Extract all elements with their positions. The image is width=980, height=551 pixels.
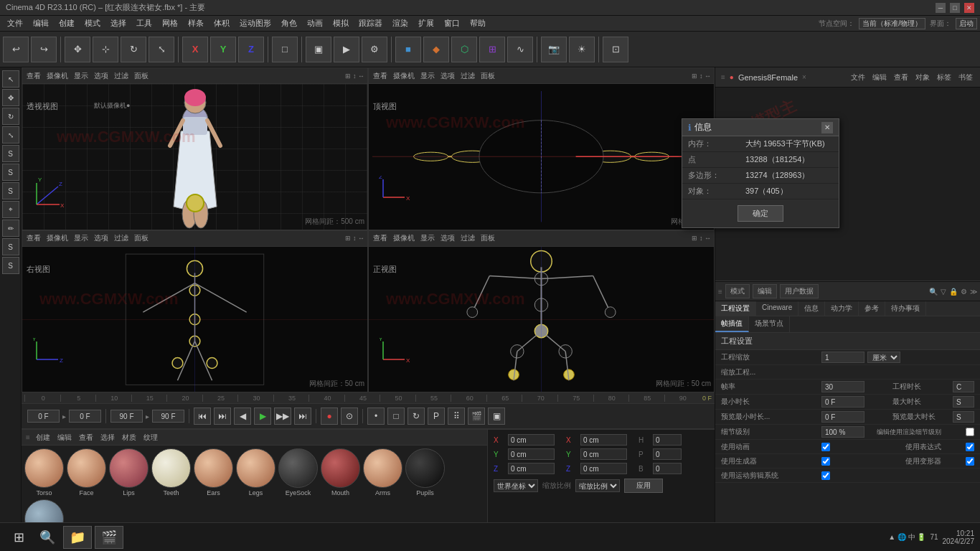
menu-extend[interactable]: 扩展: [414, 17, 438, 30]
props-scale-input[interactable]: [821, 352, 864, 363]
snap-btn[interactable]: ⊡: [603, 37, 628, 62]
coord-h-input[interactable]: [653, 434, 682, 446]
timeline-dot1[interactable]: •: [367, 408, 385, 425]
menu-create[interactable]: 创建: [55, 17, 79, 30]
axis-y-btn[interactable]: Y: [210, 37, 236, 62]
menu-animate[interactable]: 动画: [303, 17, 327, 30]
coord-z-input[interactable]: [508, 463, 555, 474]
props-render-detail-check[interactable]: [966, 428, 974, 436]
apply-btn[interactable]: 应用: [624, 479, 663, 493]
coord-y2-input[interactable]: [580, 448, 627, 460]
viewport-perspective[interactable]: 查看 摄像机 显示 选项 过滤 面板 ⊞ ↕ ↔ 透视视图 默认摄像机●: [22, 67, 368, 230]
start-btn[interactable]: ⊞: [6, 526, 32, 549]
props-search-icon[interactable]: 🔍: [929, 288, 938, 296]
maximize-btn[interactable]: □: [950, 3, 960, 13]
timeline-dot4[interactable]: P: [428, 408, 445, 425]
props-maxtime-input[interactable]: [953, 396, 974, 408]
coord-y-input[interactable]: [508, 448, 555, 460]
mat-teeth[interactable]: Teeth: [151, 448, 191, 496]
props-useanim-check[interactable]: [821, 443, 830, 451]
vp-right-filter[interactable]: 过滤: [113, 233, 130, 243]
props-tab-project[interactable]: 工程设置: [715, 301, 756, 316]
sidebar-s4[interactable]: S: [2, 238, 19, 255]
props-mode-btn[interactable]: 模式: [725, 284, 750, 298]
mat-eyemoi[interactable]: EyeMoi: [24, 499, 64, 522]
timeline-play2[interactable]: ▣: [488, 408, 505, 425]
props-unit-select[interactable]: 厘米: [867, 352, 900, 363]
props-tab-todo[interactable]: 待办事项: [885, 301, 926, 316]
props-edit-btn[interactable]: 编辑: [753, 284, 777, 298]
sidebar-s5[interactable]: S: [2, 257, 19, 274]
play-btn[interactable]: ▶: [254, 408, 271, 425]
sidebar-s1[interactable]: S: [2, 145, 19, 162]
object-btn[interactable]: □: [272, 37, 298, 62]
mat-face[interactable]: Face: [67, 448, 106, 496]
deform-btn[interactable]: ⬡: [451, 37, 477, 62]
menu-render[interactable]: 渲染: [388, 17, 413, 30]
right-panel-bookmark[interactable]: 书签: [957, 72, 974, 83]
props-detail-input[interactable]: [821, 426, 864, 438]
mat-legs[interactable]: Legs: [236, 448, 275, 496]
vp-top-look[interactable]: 查看: [372, 71, 389, 81]
axis-z-btn[interactable]: Z: [238, 37, 264, 62]
props-projectlen-input[interactable]: [953, 381, 974, 392]
sidebar-scale[interactable]: ⤡: [2, 126, 19, 143]
props-useexpr-check[interactable]: [966, 443, 974, 451]
move-btn[interactable]: ⊹: [93, 37, 118, 62]
redo-btn[interactable]: ↪: [31, 37, 57, 62]
props-tab-ref[interactable]: 参考: [859, 301, 885, 316]
props-motionclip-check[interactable]: [821, 471, 830, 480]
end-frame-input-2[interactable]: [152, 410, 184, 423]
menu-character[interactable]: 角色: [277, 17, 301, 30]
info-confirm-btn[interactable]: 确定: [738, 205, 783, 222]
menu-volume[interactable]: 体积: [209, 17, 234, 30]
props-extra-icon[interactable]: ≫: [970, 288, 977, 296]
viewport-front[interactable]: 查看 摄像机 显示 选项 过滤 面板 ⊞ ↕ ↔ 正视图: [368, 230, 715, 393]
vp-front-look[interactable]: 查看: [372, 233, 389, 243]
coord-x-input[interactable]: [508, 434, 555, 446]
minimize-btn[interactable]: ─: [936, 3, 946, 13]
taskbar-cinema4d[interactable]: 🎬: [95, 526, 123, 549]
mat-ears[interactable]: Ears: [194, 448, 233, 496]
vp-top-content[interactable]: 顶视图: [369, 84, 714, 230]
timeline-dot2[interactable]: □: [387, 408, 405, 425]
menu-file[interactable]: 文件: [3, 17, 27, 30]
vp-front-cam[interactable]: 摄像机: [392, 233, 416, 243]
vp-front-filter[interactable]: 过滤: [459, 233, 476, 243]
menu-tools[interactable]: 工具: [132, 17, 156, 30]
menu-mesh[interactable]: 网格: [158, 17, 182, 30]
vp-perspective-display[interactable]: 显示: [72, 71, 90, 81]
menu-mode[interactable]: 模式: [80, 17, 105, 30]
right-panel-look[interactable]: 查看: [892, 72, 910, 83]
vp-perspective-content[interactable]: 透视视图 默认摄像机●: [22, 84, 367, 230]
axis-x-btn[interactable]: X: [182, 37, 208, 62]
scale-btn[interactable]: ⤡: [149, 37, 174, 62]
go-end-btn[interactable]: ⏭: [294, 408, 311, 425]
vp-right-display[interactable]: 显示: [72, 233, 90, 243]
props-usegen-check[interactable]: [821, 457, 830, 466]
vp-right-cam[interactable]: 摄像机: [45, 233, 70, 243]
vp-front-content[interactable]: 正视图: [369, 247, 714, 392]
array-btn[interactable]: ⊞: [479, 37, 505, 62]
rotate-btn[interactable]: ↻: [121, 37, 146, 62]
mat-material[interactable]: 材质: [121, 433, 138, 443]
step-back-btn[interactable]: ◀: [234, 408, 251, 425]
sidebar-rotate[interactable]: ↻: [2, 108, 19, 125]
mat-select[interactable]: 选择: [99, 433, 116, 443]
menu-mograph[interactable]: 运动图形: [235, 17, 275, 30]
mat-torso[interactable]: Torso: [24, 448, 64, 496]
viewport-top[interactable]: 查看 摄像机 显示 选项 过滤 面板 ⊞ ↕ ↔ 顶视图: [368, 67, 715, 230]
vp-perspective-look[interactable]: 查看: [25, 71, 42, 81]
props-user-btn[interactable]: 用户数据: [780, 284, 819, 298]
coord-x2-input[interactable]: [580, 434, 627, 446]
timeline-dot5[interactable]: ⠿: [448, 408, 465, 425]
mat-lips[interactable]: Lips: [109, 448, 149, 496]
vp-right-panel[interactable]: 面板: [133, 233, 150, 243]
interface-select[interactable]: 启动: [956, 18, 977, 29]
render-view-btn[interactable]: ▶: [334, 37, 359, 62]
sidebar-paint[interactable]: ✏: [2, 220, 19, 237]
right-panel-edit[interactable]: 编辑: [871, 72, 888, 83]
props-fps-input[interactable]: [821, 381, 864, 392]
node-space-select[interactable]: 当前（标准/物理）: [859, 18, 925, 29]
sidebar-s3[interactable]: S: [2, 182, 19, 199]
